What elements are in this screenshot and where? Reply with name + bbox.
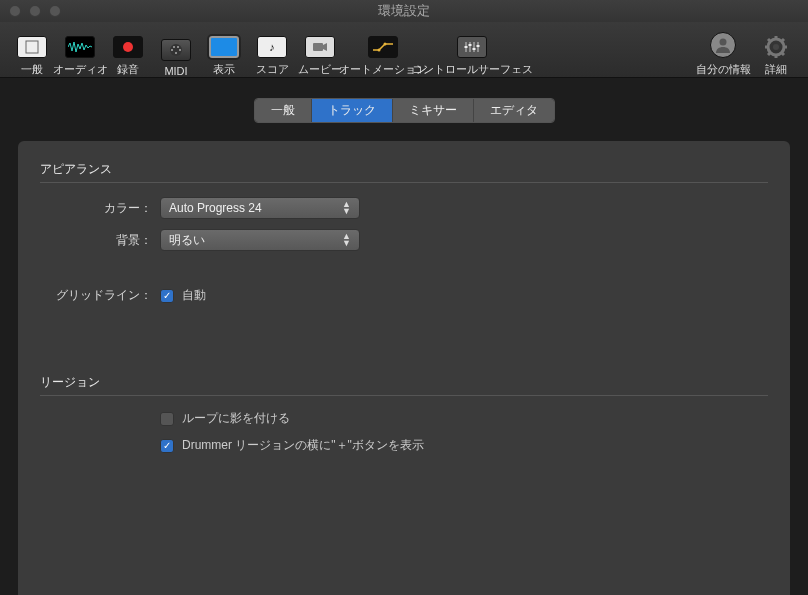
svg-point-3 [171, 49, 173, 51]
preferences-toolbar: 一般 オーディオ 録音 MIDI 表示 ♪ スコア ムービー オートメー [0, 22, 808, 78]
record-icon [113, 36, 143, 58]
toolbar-label: コントロールサーフェス [412, 62, 533, 77]
row-gridlines: グリッドライン： 自動 [40, 287, 768, 304]
section-region-title: リージョン [40, 368, 768, 396]
settings-panel: アピアランス カラー： Auto Progress 24 ▲▼ 背景： 明るい … [18, 141, 790, 595]
toolbar-general[interactable]: 一般 [8, 23, 56, 77]
svg-point-6 [177, 46, 179, 48]
gridlines-auto-label: 自動 [182, 287, 206, 304]
display-monitor-icon [209, 36, 239, 58]
svg-line-27 [768, 39, 770, 41]
sub-tab-bar: 一般 トラック ミキサー エディタ [18, 98, 790, 123]
content-area: 一般 トラック ミキサー エディタ アピアランス カラー： Auto Progr… [0, 78, 808, 595]
tab-editor[interactable]: エディタ [474, 99, 554, 122]
gridlines-auto-checkbox[interactable] [160, 289, 174, 303]
toolbar-label: 録音 [117, 62, 139, 77]
row-drummer-plus: Drummer リージョンの横に"＋"ボタンを表示 [40, 437, 768, 454]
chevron-updown-icon: ▲▼ [342, 201, 351, 215]
toolbar-label: スコア [256, 62, 289, 77]
svg-rect-18 [473, 48, 476, 50]
svg-point-5 [173, 46, 175, 48]
svg-point-20 [720, 38, 727, 45]
toolbar-label: オーディオ [53, 62, 108, 77]
toolbar-label: MIDI [164, 65, 187, 77]
toolbar-automation[interactable]: オートメーション [344, 23, 422, 77]
titlebar: 環境設定 [0, 0, 808, 22]
color-select-value: Auto Progress 24 [169, 201, 262, 215]
background-select-value: 明るい [169, 232, 205, 249]
svg-rect-16 [465, 46, 468, 48]
color-label: カラー： [40, 200, 160, 217]
svg-point-7 [175, 52, 177, 54]
background-select[interactable]: 明るい ▲▼ [160, 229, 360, 251]
loop-shadow-checkbox[interactable] [160, 412, 174, 426]
toolbar-label: 一般 [21, 62, 43, 77]
audio-waveform-icon [65, 36, 95, 58]
loop-shadow-label: ループに影を付ける [182, 410, 290, 427]
row-loop-shadow: ループに影を付ける [40, 410, 768, 427]
toolbar-midi[interactable]: MIDI [152, 23, 200, 77]
movie-camera-icon [305, 36, 335, 58]
toolbar-label: ムービー [298, 62, 342, 77]
segmented-control: 一般 トラック ミキサー エディタ [254, 98, 555, 123]
svg-rect-8 [313, 43, 323, 51]
svg-line-28 [782, 53, 784, 55]
svg-point-10 [378, 48, 381, 51]
automation-line-icon [368, 36, 398, 58]
svg-line-30 [782, 39, 784, 41]
svg-point-11 [384, 42, 387, 45]
toolbar-label: 自分の情報 [696, 62, 751, 77]
svg-rect-17 [469, 44, 472, 46]
svg-marker-9 [323, 43, 327, 51]
toolbar-record[interactable]: 録音 [104, 23, 152, 77]
drummer-plus-checkbox[interactable] [160, 439, 174, 453]
svg-rect-0 [26, 41, 38, 53]
section-appearance-title: アピアランス [40, 155, 768, 183]
svg-point-4 [179, 49, 181, 51]
gridlines-label: グリッドライン： [40, 287, 160, 304]
toolbar-label: 表示 [213, 62, 235, 77]
gear-icon [761, 36, 791, 58]
window-title: 環境設定 [0, 2, 808, 20]
row-background: 背景： 明るい ▲▼ [40, 229, 768, 251]
user-silhouette-icon [710, 32, 736, 58]
toolbar-audio[interactable]: オーディオ [56, 23, 104, 77]
tab-mixer[interactable]: ミキサー [393, 99, 474, 122]
toolbar-score[interactable]: ♪ スコア [248, 23, 296, 77]
color-select[interactable]: Auto Progress 24 ▲▼ [160, 197, 360, 219]
toolbar-label: 詳細 [765, 62, 787, 77]
toolbar-advanced[interactable]: 詳細 [752, 23, 800, 77]
toolbar-my-info[interactable]: 自分の情報 [694, 23, 752, 77]
svg-point-22 [773, 44, 779, 50]
midi-icon [161, 39, 191, 61]
row-color: カラー： Auto Progress 24 ▲▼ [40, 197, 768, 219]
score-note-icon: ♪ [257, 36, 287, 58]
chevron-updown-icon: ▲▼ [342, 233, 351, 247]
svg-line-29 [768, 53, 770, 55]
toolbar-display[interactable]: 表示 [200, 23, 248, 77]
general-icon [17, 36, 47, 58]
tab-general[interactable]: 一般 [255, 99, 312, 122]
faders-icon [457, 36, 487, 58]
drummer-plus-label: Drummer リージョンの横に"＋"ボタンを表示 [182, 437, 424, 454]
svg-point-1 [123, 42, 133, 52]
toolbar-movie[interactable]: ムービー [296, 23, 344, 77]
svg-rect-19 [477, 45, 480, 47]
background-label: 背景： [40, 232, 160, 249]
tab-tracks[interactable]: トラック [312, 99, 393, 122]
toolbar-control-surfaces[interactable]: コントロールサーフェス [422, 23, 522, 77]
